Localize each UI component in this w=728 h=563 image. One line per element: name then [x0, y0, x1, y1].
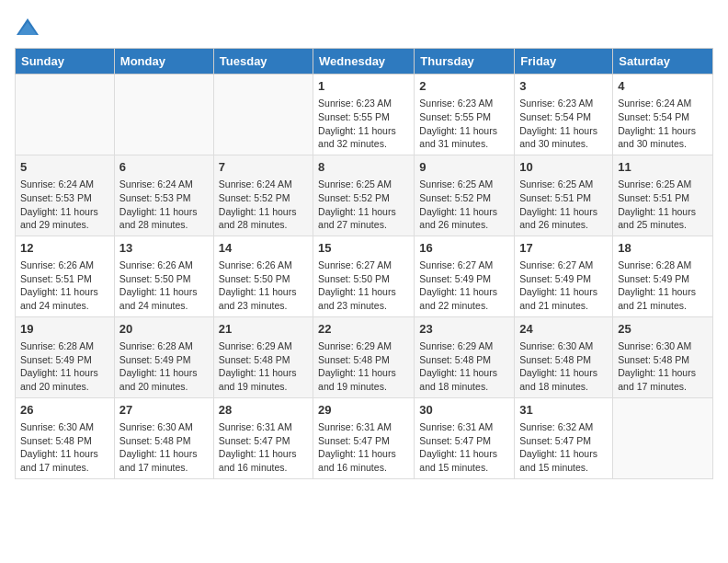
calendar-cell: 18Sunrise: 6:28 AMSunset: 5:49 PMDayligh… [613, 236, 713, 316]
cell-info: Daylight: 11 hours and 15 minutes. [519, 447, 608, 474]
calendar-header: SundayMondayTuesdayWednesdayThursdayFrid… [16, 49, 713, 75]
calendar-table: SundayMondayTuesdayWednesdayThursdayFrid… [15, 48, 713, 479]
cell-info: Sunrise: 6:28 AM [20, 339, 109, 353]
calendar-cell: 3Sunrise: 6:23 AMSunset: 5:54 PMDaylight… [515, 75, 613, 155]
cell-info: Sunset: 5:48 PM [519, 353, 608, 367]
cell-info: Sunrise: 6:30 AM [20, 420, 109, 434]
header-row: SundayMondayTuesdayWednesdayThursdayFrid… [16, 49, 713, 75]
cell-info: Sunrise: 6:29 AM [318, 339, 409, 353]
cell-info: Sunset: 5:47 PM [419, 434, 509, 448]
cell-info: Sunrise: 6:31 AM [219, 420, 308, 434]
calendar-cell: 24Sunrise: 6:30 AMSunset: 5:48 PMDayligh… [515, 316, 613, 397]
day-number: 21 [219, 321, 308, 338]
cell-info: Sunrise: 6:27 AM [318, 259, 409, 272]
week-row-5: 26Sunrise: 6:30 AMSunset: 5:48 PMDayligh… [16, 397, 713, 478]
cell-info: Sunset: 5:52 PM [219, 191, 308, 205]
day-number: 26 [20, 402, 109, 419]
cell-info: Sunrise: 6:25 AM [419, 178, 509, 191]
day-number: 15 [318, 240, 409, 257]
cell-info: Sunrise: 6:29 AM [219, 339, 308, 353]
cell-info: Daylight: 11 hours and 19 minutes. [219, 366, 308, 393]
calendar-cell: 6Sunrise: 6:24 AMSunset: 5:53 PMDaylight… [114, 155, 213, 236]
day-number: 29 [318, 402, 409, 419]
calendar-cell: 2Sunrise: 6:23 AMSunset: 5:55 PMDaylight… [415, 75, 515, 155]
cell-info: Sunrise: 6:24 AM [618, 97, 708, 110]
day-number: 27 [119, 402, 209, 419]
cell-info: Sunrise: 6:23 AM [519, 97, 608, 110]
cell-info: Sunrise: 6:25 AM [318, 178, 409, 191]
day-number: 13 [119, 240, 209, 257]
day-number: 25 [618, 321, 708, 338]
calendar-cell: 9Sunrise: 6:25 AMSunset: 5:52 PMDaylight… [415, 155, 515, 236]
cell-info: Sunset: 5:48 PM [219, 353, 308, 367]
cell-info: Daylight: 11 hours and 16 minutes. [219, 447, 308, 474]
cell-info: Sunset: 5:49 PM [20, 353, 109, 367]
cell-info: Sunset: 5:47 PM [219, 434, 308, 448]
calendar-cell: 12Sunrise: 6:26 AMSunset: 5:51 PMDayligh… [16, 236, 115, 316]
cell-info: Sunset: 5:47 PM [519, 434, 608, 448]
week-row-3: 12Sunrise: 6:26 AMSunset: 5:51 PMDayligh… [16, 236, 713, 316]
cell-info: Daylight: 11 hours and 16 minutes. [318, 447, 409, 474]
cell-info: Daylight: 11 hours and 28 minutes. [119, 205, 209, 232]
day-header-monday: Monday [114, 49, 213, 75]
calendar-cell: 31Sunrise: 6:32 AMSunset: 5:47 PMDayligh… [515, 397, 613, 478]
cell-info: Sunset: 5:49 PM [618, 272, 708, 286]
cell-info: Sunrise: 6:24 AM [119, 178, 209, 191]
cell-info: Sunset: 5:49 PM [519, 272, 608, 286]
day-number: 18 [618, 240, 708, 257]
week-row-4: 19Sunrise: 6:28 AMSunset: 5:49 PMDayligh… [16, 316, 713, 397]
cell-info: Sunrise: 6:27 AM [419, 259, 509, 272]
cell-info: Sunrise: 6:26 AM [119, 259, 209, 272]
cell-info: Daylight: 11 hours and 32 minutes. [318, 124, 409, 151]
calendar-cell: 16Sunrise: 6:27 AMSunset: 5:49 PMDayligh… [415, 236, 515, 316]
day-number: 16 [419, 240, 509, 257]
cell-info: Sunset: 5:53 PM [20, 191, 109, 205]
cell-info: Daylight: 11 hours and 17 minutes. [20, 447, 109, 474]
cell-info: Daylight: 11 hours and 18 minutes. [419, 366, 509, 393]
day-number: 6 [119, 159, 209, 176]
calendar-cell [114, 75, 213, 155]
cell-info: Sunset: 5:52 PM [318, 191, 409, 205]
cell-info: Daylight: 11 hours and 15 minutes. [419, 447, 509, 474]
calendar-cell: 23Sunrise: 6:29 AMSunset: 5:48 PMDayligh… [415, 316, 515, 397]
cell-info: Sunrise: 6:30 AM [519, 339, 608, 353]
calendar-body: 1Sunrise: 6:23 AMSunset: 5:55 PMDaylight… [16, 75, 713, 479]
cell-info: Sunrise: 6:25 AM [519, 178, 608, 191]
calendar-cell: 5Sunrise: 6:24 AMSunset: 5:53 PMDaylight… [16, 155, 115, 236]
day-number: 3 [519, 78, 608, 95]
cell-info: Sunset: 5:50 PM [219, 272, 308, 286]
calendar-cell: 1Sunrise: 6:23 AMSunset: 5:55 PMDaylight… [313, 75, 415, 155]
calendar-cell: 10Sunrise: 6:25 AMSunset: 5:51 PMDayligh… [515, 155, 613, 236]
calendar-cell: 13Sunrise: 6:26 AMSunset: 5:50 PMDayligh… [114, 236, 213, 316]
cell-info: Daylight: 11 hours and 31 minutes. [419, 124, 509, 151]
cell-info: Sunrise: 6:23 AM [419, 97, 509, 110]
day-number: 4 [618, 78, 708, 95]
day-number: 19 [20, 321, 109, 338]
cell-info: Daylight: 11 hours and 25 minutes. [618, 205, 708, 232]
cell-info: Daylight: 11 hours and 19 minutes. [318, 366, 409, 393]
week-row-2: 5Sunrise: 6:24 AMSunset: 5:53 PMDaylight… [16, 155, 713, 236]
day-number: 14 [219, 240, 308, 257]
cell-info: Sunrise: 6:28 AM [618, 259, 708, 272]
day-header-tuesday: Tuesday [213, 49, 313, 75]
cell-info: Sunrise: 6:25 AM [618, 178, 708, 191]
day-number: 5 [20, 159, 109, 176]
cell-info: Daylight: 11 hours and 24 minutes. [119, 285, 209, 312]
cell-info: Sunset: 5:55 PM [419, 110, 509, 124]
cell-info: Sunrise: 6:30 AM [618, 339, 708, 353]
day-number: 11 [618, 159, 708, 176]
cell-info: Daylight: 11 hours and 17 minutes. [618, 366, 708, 393]
cell-info: Sunrise: 6:23 AM [318, 97, 409, 110]
cell-info: Daylight: 11 hours and 20 minutes. [20, 366, 109, 393]
calendar-cell [213, 75, 313, 155]
day-number: 23 [419, 321, 509, 338]
calendar-cell: 30Sunrise: 6:31 AMSunset: 5:47 PMDayligh… [415, 397, 515, 478]
logo [15, 15, 44, 40]
cell-info: Daylight: 11 hours and 26 minutes. [419, 205, 509, 232]
cell-info: Sunset: 5:48 PM [318, 353, 409, 367]
day-number: 22 [318, 321, 409, 338]
day-number: 17 [519, 240, 608, 257]
cell-info: Sunrise: 6:26 AM [20, 259, 109, 272]
cell-info: Daylight: 11 hours and 18 minutes. [519, 366, 608, 393]
cell-info: Daylight: 11 hours and 30 minutes. [618, 124, 708, 151]
